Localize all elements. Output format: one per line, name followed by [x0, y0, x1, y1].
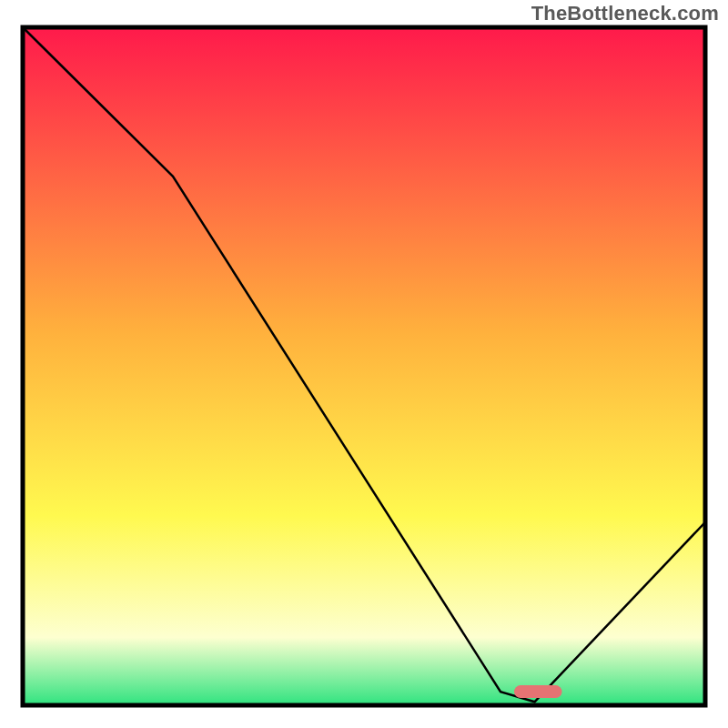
bottleneck-chart [0, 0, 728, 728]
optimal-marker [514, 685, 562, 698]
chart-container: TheBottleneck.com [0, 0, 728, 728]
watermark-text: TheBottleneck.com [531, 2, 719, 25]
